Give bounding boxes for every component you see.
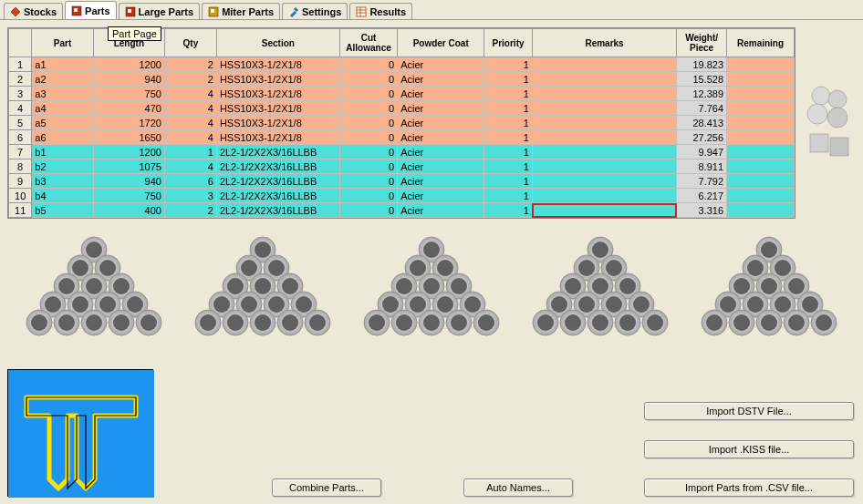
cell-part[interactable]: a3 — [32, 87, 94, 101]
cell-priority[interactable]: 1 — [484, 145, 533, 159]
cell-remaining[interactable] — [727, 72, 795, 87]
row-number[interactable]: 7 — [9, 145, 32, 159]
cell-section[interactable]: 2L2-1/2X2X3/16LLBB — [216, 145, 339, 159]
import-dstv-button[interactable]: Import DSTV File... — [644, 402, 854, 420]
cell-weight[interactable]: 27.256 — [677, 130, 727, 145]
cell-powder-coat[interactable]: Acier — [398, 116, 484, 130]
cell-part[interactable]: b2 — [32, 159, 94, 174]
cell-section[interactable]: HSS10X3-1/2X1/8 — [216, 130, 339, 145]
cell-length[interactable]: 1200 — [93, 57, 164, 72]
import-kiss-button[interactable]: Import .KISS file... — [644, 440, 854, 458]
cell-section[interactable]: 2L2-1/2X2X3/16LLBB — [216, 174, 339, 189]
cell-section[interactable]: HSS10X3-1/2X1/8 — [216, 101, 339, 116]
col-part[interactable]: Part — [32, 29, 94, 57]
row-number[interactable]: 8 — [9, 159, 32, 174]
cell-powder-coat[interactable]: Acier — [398, 203, 484, 218]
cell-priority[interactable]: 1 — [484, 72, 533, 87]
cell-cut-allowance[interactable]: 0 — [339, 145, 397, 159]
cell-length[interactable]: 940 — [93, 72, 164, 87]
cell-priority[interactable]: 1 — [484, 189, 533, 203]
cell-part[interactable]: a4 — [32, 101, 94, 116]
cell-qty[interactable]: 2 — [164, 57, 216, 72]
cell-section[interactable]: HSS10X3-1/2X1/8 — [216, 72, 339, 87]
col-section[interactable]: Section — [216, 29, 339, 57]
table-row[interactable]: 9b394062L2-1/2X2X3/16LLBB0Acier17.792 — [9, 174, 795, 189]
cell-qty[interactable]: 2 — [164, 203, 216, 218]
cell-remaining[interactable] — [727, 189, 795, 203]
table-row[interactable]: 1a112002HSS10X3-1/2X1/80Acier119.823 — [9, 57, 795, 72]
col-weight-piece[interactable]: Weight/ Piece — [677, 29, 727, 57]
cell-qty[interactable]: 6 — [164, 174, 216, 189]
cell-section[interactable]: HSS10X3-1/2X1/8 — [216, 116, 339, 130]
cell-length[interactable]: 1075 — [93, 159, 164, 174]
cell-remaining[interactable] — [727, 116, 795, 130]
table-row[interactable]: 6a616504HSS10X3-1/2X1/80Acier127.256 — [9, 130, 795, 145]
row-number[interactable]: 5 — [9, 116, 32, 130]
cell-priority[interactable]: 1 — [484, 130, 533, 145]
cell-remarks[interactable] — [532, 72, 676, 87]
row-number[interactable]: 10 — [9, 189, 32, 203]
cell-weight[interactable]: 7.764 — [677, 101, 727, 116]
cell-length[interactable]: 400 — [93, 203, 164, 218]
tab-stocks[interactable]: Stocks — [4, 3, 63, 19]
cell-remaining[interactable] — [727, 174, 795, 189]
col-remaining[interactable]: Remaining — [727, 29, 795, 57]
cell-weight[interactable]: 3.316 — [677, 203, 727, 218]
cell-powder-coat[interactable]: Acier — [398, 101, 484, 116]
cell-weight[interactable]: 15.528 — [677, 72, 727, 87]
cell-length[interactable]: 1720 — [93, 116, 164, 130]
row-number[interactable]: 11 — [9, 203, 32, 218]
cell-section[interactable]: 2L2-1/2X2X3/16LLBB — [216, 203, 339, 218]
table-row[interactable]: 8b2107542L2-1/2X2X3/16LLBB0Acier18.911 — [9, 159, 795, 174]
cell-powder-coat[interactable]: Acier — [398, 174, 484, 189]
col-remarks[interactable]: Remarks — [532, 29, 676, 57]
cell-remarks[interactable] — [532, 145, 676, 159]
col-priority[interactable]: Priority — [484, 29, 533, 57]
cell-powder-coat[interactable]: Acier — [398, 189, 484, 203]
cell-cut-allowance[interactable]: 0 — [339, 159, 397, 174]
cell-section[interactable]: HSS10X3-1/2X1/8 — [216, 87, 339, 101]
cell-remaining[interactable] — [727, 203, 795, 218]
cell-length[interactable]: 750 — [93, 189, 164, 203]
cell-part[interactable]: b4 — [32, 189, 94, 203]
col-cut-allowance[interactable]: Cut Allowance — [339, 29, 397, 57]
table-row[interactable]: 3a37504HSS10X3-1/2X1/80Acier112.389 — [9, 87, 795, 101]
cell-length[interactable]: 1650 — [93, 130, 164, 145]
table-row[interactable]: 7b1120012L2-1/2X2X3/16LLBB0Acier19.947 — [9, 145, 795, 159]
col-powder-coat[interactable]: Powder Coat — [398, 29, 484, 57]
cell-qty[interactable]: 4 — [164, 87, 216, 101]
row-number[interactable]: 2 — [9, 72, 32, 87]
tab-miter-parts[interactable]: Miter Parts — [202, 3, 280, 19]
cell-cut-allowance[interactable]: 0 — [339, 116, 397, 130]
cell-cut-allowance[interactable]: 0 — [339, 57, 397, 72]
cell-section[interactable]: 2L2-1/2X2X3/16LLBB — [216, 159, 339, 174]
cell-section[interactable]: 2L2-1/2X2X3/16LLBB — [216, 189, 339, 203]
parts-table[interactable]: Part Length Qty Section Cut Allowance Po… — [8, 28, 795, 218]
cell-cut-allowance[interactable]: 0 — [339, 87, 397, 101]
cell-remarks[interactable] — [532, 101, 676, 116]
row-number[interactable]: 1 — [9, 57, 32, 72]
table-row[interactable]: 4a44704HSS10X3-1/2X1/80Acier17.764 — [9, 101, 795, 116]
cell-qty[interactable]: 4 — [164, 116, 216, 130]
cell-weight[interactable]: 8.911 — [677, 159, 727, 174]
cell-weight[interactable]: 7.792 — [677, 174, 727, 189]
cell-powder-coat[interactable]: Acier — [398, 87, 484, 101]
cell-cut-allowance[interactable]: 0 — [339, 203, 397, 218]
cell-qty[interactable]: 3 — [164, 189, 216, 203]
cell-qty[interactable]: 4 — [164, 130, 216, 145]
cell-priority[interactable]: 1 — [484, 203, 533, 218]
tab-large-parts[interactable]: Large Parts — [119, 3, 201, 19]
auto-names-button[interactable]: Auto Names... — [463, 478, 573, 497]
cell-part[interactable]: a5 — [32, 116, 94, 130]
cell-cut-allowance[interactable]: 0 — [339, 130, 397, 145]
cell-priority[interactable]: 1 — [484, 116, 533, 130]
cell-priority[interactable]: 1 — [484, 101, 533, 116]
cell-cut-allowance[interactable]: 0 — [339, 72, 397, 87]
cell-remarks[interactable] — [532, 174, 676, 189]
cell-remarks[interactable] — [532, 87, 676, 101]
cell-remarks[interactable] — [532, 189, 676, 203]
cell-cut-allowance[interactable]: 0 — [339, 189, 397, 203]
cell-cut-allowance[interactable]: 0 — [339, 101, 397, 116]
cell-weight[interactable]: 19.823 — [677, 57, 727, 72]
cell-qty[interactable]: 1 — [164, 145, 216, 159]
